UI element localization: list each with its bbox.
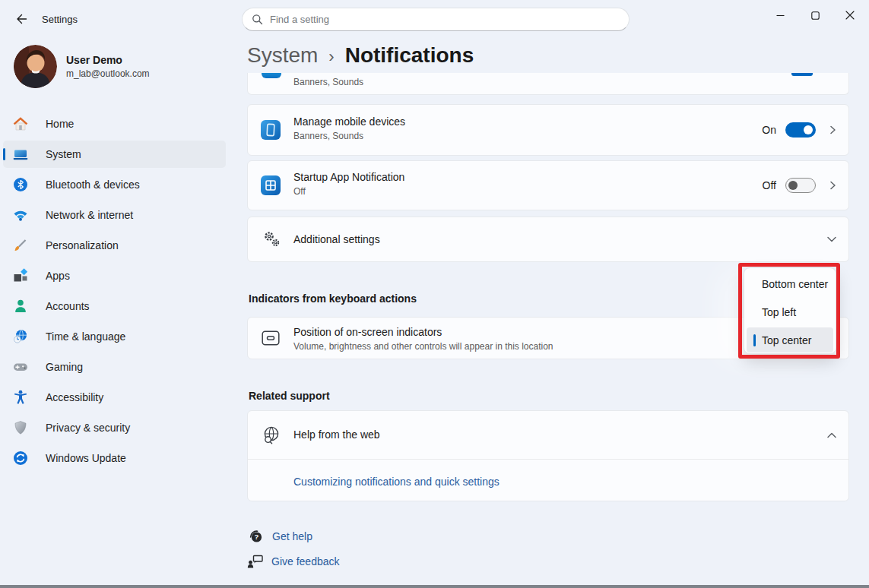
settings-window: Settings Find a setting bbox=[0, 0, 869, 588]
breadcrumb: System › Notifications bbox=[247, 43, 474, 68]
row-subtitle: Off bbox=[293, 186, 306, 197]
startup-app-notification-toggle[interactable] bbox=[785, 178, 816, 193]
accessibility-icon bbox=[13, 390, 28, 405]
minimize-button[interactable] bbox=[763, 0, 798, 30]
profile-text: User Demo m_lab@outlook.com bbox=[66, 54, 150, 79]
notification-row-clipped[interactable]: Banners, Sounds bbox=[247, 73, 849, 95]
get-help-icon: ? bbox=[248, 528, 265, 545]
sidebar-item-time-language[interactable]: Time & language bbox=[3, 323, 226, 350]
apps-icon bbox=[13, 268, 28, 283]
row-title: Startup App Notification bbox=[293, 171, 404, 183]
toggle-clipped[interactable] bbox=[791, 73, 813, 76]
card-divider bbox=[248, 459, 848, 460]
sidebar-item-label: Time & language bbox=[46, 330, 125, 343]
sidebar-item-gaming[interactable]: Gaming bbox=[3, 353, 226, 381]
bluetooth-icon bbox=[13, 177, 28, 192]
accounts-icon bbox=[13, 299, 28, 314]
network-icon bbox=[13, 207, 28, 223]
dropdown-option-top-center[interactable]: Top center bbox=[747, 327, 833, 352]
section-header-indicators: Indicators from keyboard actions bbox=[249, 292, 417, 305]
search-icon bbox=[252, 14, 263, 25]
profile-email: m_lab@outlook.com bbox=[66, 68, 150, 79]
sidebar-item-label: Bluetooth & devices bbox=[46, 179, 140, 191]
sidebar-item-accounts[interactable]: Accounts bbox=[3, 292, 226, 320]
on-screen-indicator-icon bbox=[262, 330, 280, 346]
sidebar-item-system[interactable]: System bbox=[3, 141, 226, 168]
toggle-knob bbox=[788, 181, 798, 190]
windows-update-icon bbox=[13, 450, 28, 466]
row-title: Additional settings bbox=[293, 233, 380, 245]
mobile-devices-icon bbox=[260, 119, 281, 141]
dropdown-option-bottom-center[interactable]: Bottom center bbox=[747, 270, 833, 298]
user-profile[interactable]: User Demo m_lab@outlook.com bbox=[14, 45, 150, 88]
chevron-right-icon[interactable] bbox=[827, 125, 838, 135]
sidebar-item-personalization[interactable]: Personalization bbox=[3, 232, 226, 259]
toggle-knob bbox=[804, 125, 813, 134]
maximize-icon bbox=[811, 11, 820, 20]
row-subtitle: Banners, Sounds bbox=[293, 77, 363, 87]
sidebar-item-label: Network & internet bbox=[46, 209, 133, 221]
additional-settings-expander[interactable]: Additional settings bbox=[247, 217, 849, 262]
get-help-link[interactable]: ? Get help bbox=[248, 528, 312, 545]
system-icon bbox=[13, 147, 28, 162]
sidebar-item-accessibility[interactable]: Accessibility bbox=[3, 384, 226, 411]
sidebar-item-home[interactable]: Home bbox=[3, 110, 226, 138]
toggle-state-label: Off bbox=[731, 179, 776, 191]
app-title: Settings bbox=[42, 14, 78, 25]
sidebar-item-bluetooth[interactable]: Bluetooth & devices bbox=[3, 171, 226, 198]
search-input[interactable]: Find a setting bbox=[242, 8, 630, 31]
maximize-button[interactable] bbox=[798, 0, 833, 30]
close-button[interactable] bbox=[833, 0, 867, 30]
back-arrow-icon bbox=[15, 13, 27, 25]
get-help-label: Get help bbox=[272, 530, 312, 542]
section-header-related-support: Related support bbox=[249, 390, 330, 402]
sidebar-item-privacy[interactable]: Privacy & security bbox=[3, 414, 226, 441]
minimize-icon bbox=[776, 11, 785, 20]
breadcrumb-separator: › bbox=[328, 47, 334, 67]
home-icon bbox=[13, 116, 28, 131]
toggle-state-label: On bbox=[731, 124, 776, 136]
row-subtitle: Banners, Sounds bbox=[293, 131, 363, 141]
sidebar-item-network[interactable]: Network & internet bbox=[3, 201, 226, 229]
dropdown-option-label: Top left bbox=[762, 306, 796, 318]
sidebar-item-label: Accounts bbox=[46, 300, 90, 312]
selected-indicator bbox=[3, 148, 5, 160]
related-support-card: Help from the web Customizing notificati… bbox=[247, 410, 849, 501]
sidebar-item-label: Gaming bbox=[46, 361, 83, 373]
sidebar-item-label: Home bbox=[46, 118, 74, 130]
startup-app-icon bbox=[260, 175, 281, 196]
sidebar-item-label: Privacy & security bbox=[46, 422, 130, 434]
dropdown-option-label: Top center bbox=[762, 334, 811, 346]
customizing-notifications-link[interactable]: Customizing notifications and quick sett… bbox=[293, 476, 500, 488]
sidebar-item-label: Personalization bbox=[46, 239, 119, 251]
app-icon-clipped bbox=[262, 73, 281, 78]
dropdown-option-top-left[interactable]: Top left bbox=[747, 298, 833, 326]
window-controls bbox=[763, 0, 867, 30]
give-feedback-link[interactable]: Give feedback bbox=[246, 553, 340, 570]
back-button[interactable] bbox=[9, 8, 33, 30]
window-bottom-edge bbox=[0, 585, 869, 588]
sidebar-item-label: System bbox=[46, 148, 81, 160]
manage-mobile-devices-toggle[interactable] bbox=[785, 122, 816, 138]
privacy-icon bbox=[13, 420, 28, 435]
give-feedback-label: Give feedback bbox=[271, 555, 340, 567]
sidebar-item-apps[interactable]: Apps bbox=[3, 262, 226, 289]
sidebar-nav: Home System Bluetooth & devices bbox=[3, 110, 226, 475]
avatar bbox=[14, 45, 57, 88]
page-title: Notifications bbox=[345, 43, 474, 68]
help-from-web-expander[interactable]: Help from the web bbox=[248, 411, 848, 459]
breadcrumb-system[interactable]: System bbox=[247, 43, 318, 68]
close-icon bbox=[845, 11, 855, 20]
startup-app-notification-row[interactable]: Startup App Notification Off Off bbox=[247, 160, 849, 210]
chevron-up-icon[interactable] bbox=[826, 429, 838, 441]
time-language-icon bbox=[13, 329, 28, 344]
chevron-right-icon[interactable] bbox=[827, 180, 838, 191]
chevron-down-icon[interactable] bbox=[826, 233, 838, 245]
sidebar-item-windows-update[interactable]: Windows Update bbox=[3, 444, 226, 472]
sidebar-item-label: Windows Update bbox=[46, 452, 126, 464]
manage-mobile-devices-row[interactable]: Manage mobile devices Banners, Sounds On bbox=[247, 104, 849, 156]
row-title: Position of on-screen indicators bbox=[293, 326, 442, 338]
row-subtitle: Volume, brightness and other controls wi… bbox=[293, 341, 553, 352]
gaming-icon bbox=[13, 359, 28, 375]
feedback-icon bbox=[246, 553, 265, 570]
